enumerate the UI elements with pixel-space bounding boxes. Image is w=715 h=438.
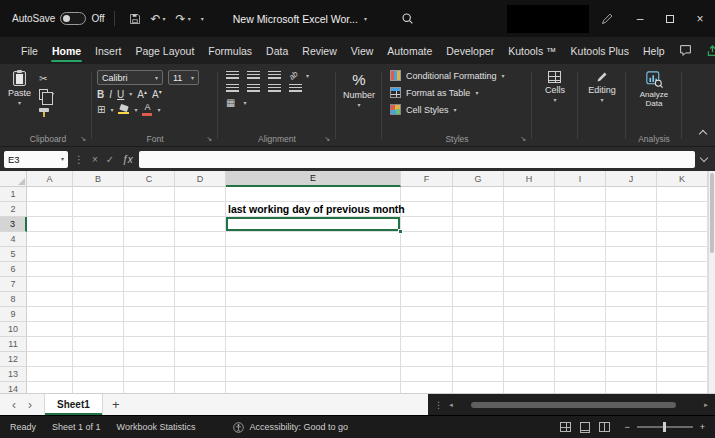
cell-D10[interactable] <box>175 322 226 337</box>
cell-D9[interactable] <box>175 307 226 322</box>
chevron-down-icon[interactable]: ▾ <box>163 16 166 22</box>
clipboard-dialog-launcher-icon[interactable]: ↘ <box>80 135 86 143</box>
maximize-button[interactable] <box>655 0 685 37</box>
cell-K1[interactable] <box>657 187 708 202</box>
vertical-scrollbar-thumb[interactable] <box>710 173 714 253</box>
cell-C3[interactable] <box>124 217 175 232</box>
column-header-F[interactable]: F <box>401 171 453 187</box>
align-bottom-icon[interactable] <box>268 71 281 80</box>
cell-J7[interactable] <box>606 277 657 292</box>
select-all-button[interactable] <box>0 171 27 187</box>
tab-home[interactable]: Home <box>45 37 88 64</box>
cell-C12[interactable] <box>124 352 175 367</box>
editing-button[interactable]: Editing ▾ <box>588 67 616 103</box>
cell-G6[interactable] <box>453 262 504 277</box>
column-header-D[interactable]: D <box>175 171 226 187</box>
tab-help[interactable]: Help <box>636 37 672 64</box>
wrap-text-icon[interactable] <box>289 84 302 93</box>
search-button[interactable] <box>401 12 414 25</box>
cell-K9[interactable] <box>657 307 708 322</box>
cell-F9[interactable] <box>401 307 453 322</box>
sheet-tab-sheet1[interactable]: Sheet1 <box>44 394 103 415</box>
cell-J6[interactable] <box>606 262 657 277</box>
cell-A12[interactable] <box>27 352 73 367</box>
column-header-B[interactable]: B <box>73 171 124 187</box>
cell-B13[interactable] <box>73 367 124 382</box>
document-title[interactable]: New Microsoft Excel Wor... ▾ <box>233 13 367 25</box>
column-header-G[interactable]: G <box>453 171 504 187</box>
cell-styles-button[interactable]: Cell Styles ▾ <box>386 101 528 118</box>
decrease-font-button[interactable]: A▾ <box>152 88 162 100</box>
cell-G11[interactable] <box>453 337 504 352</box>
fill-handle[interactable] <box>398 229 403 234</box>
align-center-icon[interactable] <box>247 84 260 93</box>
cell-K8[interactable] <box>657 292 708 307</box>
cell-H7[interactable] <box>504 277 555 292</box>
cell-K11[interactable] <box>657 337 708 352</box>
row-header-8[interactable]: 8 <box>0 292 27 307</box>
cell-C14[interactable] <box>124 382 175 393</box>
cell-B11[interactable] <box>73 337 124 352</box>
column-header-E[interactable]: E <box>226 171 401 187</box>
cell-F2[interactable] <box>401 202 453 217</box>
cell-J12[interactable] <box>606 352 657 367</box>
column-header-C[interactable]: C <box>124 171 175 187</box>
minimize-button[interactable]: – <box>625 0 655 37</box>
cell-F7[interactable] <box>401 277 453 292</box>
cell-G13[interactable] <box>453 367 504 382</box>
cell-F4[interactable] <box>401 232 453 247</box>
chevron-down-icon[interactable]: ▾ <box>243 100 246 106</box>
cell-I6[interactable] <box>555 262 606 277</box>
cell-I4[interactable] <box>555 232 606 247</box>
cell-C2[interactable] <box>124 202 175 217</box>
row-header-4[interactable]: 4 <box>0 232 27 247</box>
cell-B6[interactable] <box>73 262 124 277</box>
cell-F11[interactable] <box>401 337 453 352</box>
cell-I1[interactable] <box>555 187 606 202</box>
cell-C5[interactable] <box>124 247 175 262</box>
align-right-icon[interactable] <box>268 84 281 93</box>
cell-G12[interactable] <box>453 352 504 367</box>
cell-D4[interactable] <box>175 232 226 247</box>
cell-B10[interactable] <box>73 322 124 337</box>
vertical-scrollbar[interactable] <box>708 171 715 393</box>
cell-I10[interactable] <box>555 322 606 337</box>
formula-input[interactable] <box>139 151 695 168</box>
column-header-A[interactable]: A <box>27 171 73 187</box>
styles-dialog-launcher-icon[interactable]: ↘ <box>520 135 526 143</box>
name-box[interactable]: E3 ▾ <box>4 151 68 168</box>
cell-E2[interactable]: last working day of previous month <box>226 202 401 217</box>
cell-F13[interactable] <box>401 367 453 382</box>
cell-A3[interactable] <box>27 217 73 232</box>
row-header-3[interactable]: 3 <box>0 217 27 232</box>
cell-G8[interactable] <box>453 292 504 307</box>
cell-E4[interactable] <box>226 232 401 247</box>
save-button[interactable] <box>129 13 141 25</box>
drag-handle-icon[interactable]: ⋮ <box>74 154 84 165</box>
cell-D13[interactable] <box>175 367 226 382</box>
cell-F12[interactable] <box>401 352 453 367</box>
page-break-view-button[interactable] <box>599 422 610 432</box>
cell-E3[interactable] <box>226 217 401 232</box>
cell-B1[interactable] <box>73 187 124 202</box>
cell-K14[interactable] <box>657 382 708 393</box>
cell-D1[interactable] <box>175 187 226 202</box>
cell-K12[interactable] <box>657 352 708 367</box>
cell-H4[interactable] <box>504 232 555 247</box>
cell-F1[interactable] <box>401 187 453 202</box>
scroll-right-icon[interactable]: ► <box>703 402 709 408</box>
chevron-down-icon[interactable]: ▾ <box>134 107 137 113</box>
enter-check-icon[interactable]: ✓ <box>106 154 114 165</box>
cell-K3[interactable] <box>657 217 708 232</box>
borders-button[interactable]: ⊞ <box>97 104 105 115</box>
cell-C7[interactable] <box>124 277 175 292</box>
sheet-count[interactable]: Sheet 1 of 1 <box>52 422 101 432</box>
cell-A9[interactable] <box>27 307 73 322</box>
align-top-icon[interactable] <box>226 71 239 80</box>
tab-file[interactable]: File <box>14 37 45 64</box>
tab-data[interactable]: Data <box>259 37 295 64</box>
row-header-10[interactable]: 10 <box>0 322 27 337</box>
cell-I3[interactable] <box>555 217 606 232</box>
cell-J13[interactable] <box>606 367 657 382</box>
cell-G1[interactable] <box>453 187 504 202</box>
